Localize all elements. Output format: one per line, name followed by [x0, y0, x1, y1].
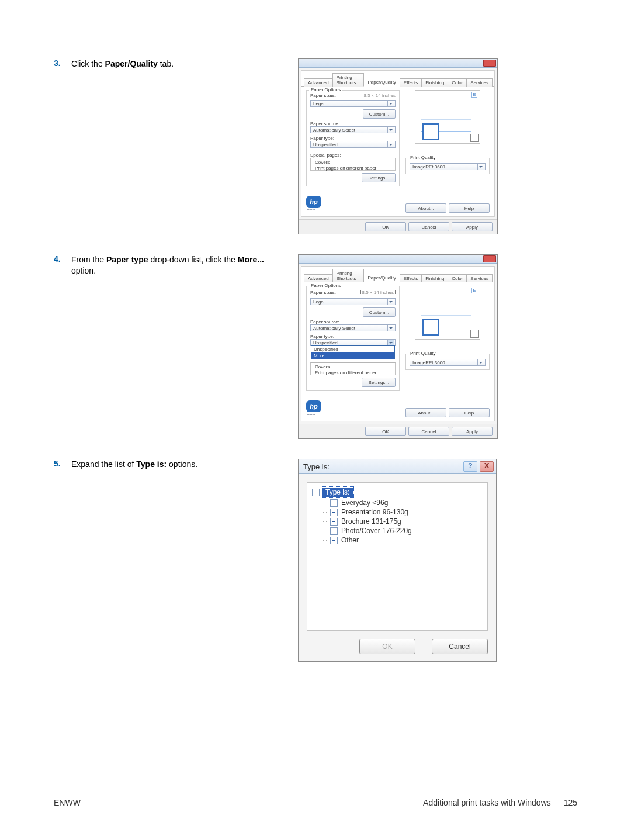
step-4-text: From the Paper type drop-down list, clic… — [71, 254, 287, 276]
preview-flip-icon — [470, 134, 479, 142]
step-3-row: 3. Click the Paper/Quality tab. Advanced… — [54, 58, 577, 234]
tab-finishing[interactable]: Finishing — [421, 78, 448, 87]
type-tree[interactable]: Type is: Everyday <96g Presentation 96-1… — [307, 482, 488, 631]
tab-color[interactable]: Color — [448, 78, 467, 87]
cancel-button[interactable]: Cancel — [408, 222, 449, 231]
special-pages-item-covers[interactable]: Covers — [313, 160, 393, 165]
tab-services[interactable]: Services — [466, 78, 493, 87]
special-pages-item-covers[interactable]: Covers — [313, 364, 393, 370]
paper-source-dropdown[interactable]: Automatically Select — [310, 126, 396, 133]
help-button[interactable]: Help — [449, 203, 490, 213]
print-quality-dropdown[interactable]: ImageREt 3600 — [410, 359, 486, 366]
preview-flip-icon — [470, 330, 479, 338]
expand-icon[interactable] — [330, 509, 338, 516]
expand-icon[interactable] — [330, 537, 338, 544]
page-number: 125 — [564, 798, 577, 807]
step-5-text: Expand the list of Type is: options. — [71, 459, 287, 470]
special-pages-item-different-paper[interactable]: Print pages on different paper — [313, 370, 393, 376]
help-button[interactable]: Help — [449, 408, 490, 417]
special-pages-item-different-paper[interactable]: Print pages on different paper — [313, 165, 393, 171]
custom-button[interactable]: Custom... — [363, 307, 396, 317]
step-3-figure: Advanced Printing Shortcuts Paper/Qualit… — [298, 58, 498, 234]
step-5-figure: Type is: ? X Type is: — [298, 459, 497, 662]
tab-advanced[interactable]: Advanced — [304, 274, 333, 282]
special-pages-listbox[interactable]: Covers Print pages on different paper — [310, 362, 396, 375]
paper-type-dropdown[interactable]: Unspecified — [310, 141, 396, 148]
cancel-button[interactable]: Cancel — [408, 427, 449, 436]
expand-icon[interactable] — [330, 518, 338, 526]
tab-paper-quality[interactable]: Paper/Quality — [363, 78, 400, 87]
paper-size-dropdown[interactable]: Legal — [310, 298, 396, 305]
tab-services[interactable]: Services — [466, 274, 493, 282]
paper-type-dropdown[interactable]: Unspecified Unspecified More... — [310, 339, 396, 346]
dialog-titlebar[interactable] — [299, 255, 497, 264]
paper-options-legend: Paper Options — [309, 283, 342, 288]
tab-advanced[interactable]: Advanced — [304, 78, 333, 87]
chevron-down-icon — [387, 101, 394, 106]
custom-button[interactable]: Custom... — [363, 109, 396, 119]
tree-item-everyday[interactable]: Everyday <96g — [327, 498, 483, 507]
tab-printing-shortcuts[interactable]: Printing Shortcuts — [332, 269, 365, 282]
paper-size-dim: 8.5 × 14 inches — [360, 289, 396, 296]
about-button[interactable]: About... — [405, 203, 446, 213]
step-3-text: Click the Paper/Quality tab. — [71, 58, 287, 70]
chevron-down-icon — [387, 141, 394, 147]
expand-icon[interactable] — [330, 499, 338, 507]
tree-root[interactable]: Type is: — [312, 488, 483, 497]
tab-printing-shortcuts[interactable]: Printing Shortcuts — [332, 73, 365, 87]
special-pages-listbox[interactable]: Covers Print pages on different paper — [310, 158, 396, 171]
step-5-row: 5. Expand the list of Type is: options. … — [54, 459, 577, 662]
paper-source-label: Paper source: — [310, 319, 396, 324]
tab-effects[interactable]: Effects — [400, 78, 422, 87]
print-quality-dropdown[interactable]: ImageREt 3600 — [410, 163, 486, 170]
chevron-down-icon — [387, 325, 394, 331]
settings-button[interactable]: Settings... — [362, 173, 396, 182]
paper-options-group: Paper Options Paper sizes: 8.5 × 14 inch… — [306, 286, 400, 391]
type-is-dialog: Type is: ? X Type is: — [298, 459, 497, 662]
orientation-indicator-icon: E — [471, 92, 477, 98]
chevron-down-icon — [387, 299, 394, 305]
hp-logo-icon: hp — [306, 400, 321, 412]
cancel-button[interactable]: Cancel — [432, 639, 488, 654]
step-4-number: 4. — [54, 254, 71, 264]
step-4-row: 4. From the Paper type drop-down list, c… — [54, 254, 577, 439]
apply-button[interactable]: Apply — [452, 222, 493, 231]
paper-options-legend: Paper Options — [309, 87, 342, 92]
paper-source-value: Automatically Select — [313, 326, 355, 331]
step-3-number: 3. — [54, 58, 71, 68]
dialog-titlebar[interactable] — [299, 59, 497, 68]
expand-icon[interactable] — [330, 527, 338, 535]
tab-strip: Advanced Printing Shortcuts Paper/Qualit… — [301, 267, 494, 282]
collapse-icon[interactable] — [312, 489, 320, 496]
ok-button[interactable]: OK — [365, 427, 406, 436]
close-icon[interactable] — [483, 255, 496, 262]
about-button[interactable]: About... — [405, 408, 446, 417]
tree-item-brochure[interactable]: Brochure 131-175g — [327, 517, 483, 526]
tree-item-photo-cover[interactable]: Photo/Cover 176-220g — [327, 526, 483, 535]
paper-size-dropdown[interactable]: Legal — [310, 100, 396, 107]
hp-subtext: •••••• — [307, 412, 321, 416]
close-icon[interactable]: X — [480, 461, 494, 472]
tab-finishing[interactable]: Finishing — [421, 274, 448, 282]
orientation-indicator-icon: E — [471, 288, 477, 293]
page-preview: E — [415, 286, 480, 340]
apply-button[interactable]: Apply — [452, 427, 493, 436]
ok-button[interactable]: OK — [359, 639, 415, 654]
chevron-down-icon — [387, 127, 394, 133]
settings-button[interactable]: Settings... — [362, 378, 396, 387]
tree-item-presentation[interactable]: Presentation 96-130g — [327, 507, 483, 517]
paper-type-option-unspecified[interactable]: Unspecified — [311, 346, 394, 352]
chevron-down-icon — [477, 164, 484, 170]
tree-item-other[interactable]: Other — [327, 535, 483, 545]
help-icon[interactable]: ? — [463, 461, 477, 472]
tab-color[interactable]: Color — [448, 274, 467, 282]
paper-type-value: Unspecified — [313, 142, 338, 147]
tab-paper-quality[interactable]: Paper/Quality — [363, 274, 400, 282]
tab-effects[interactable]: Effects — [400, 274, 422, 282]
paper-source-dropdown[interactable]: Automatically Select — [310, 324, 396, 331]
ok-button[interactable]: OK — [365, 222, 406, 231]
dialog-titlebar[interactable]: Type is: ? X — [299, 459, 496, 474]
print-quality-legend: Print Quality — [408, 155, 438, 160]
paper-type-option-more[interactable]: More... — [311, 352, 394, 359]
close-icon[interactable] — [483, 60, 496, 67]
